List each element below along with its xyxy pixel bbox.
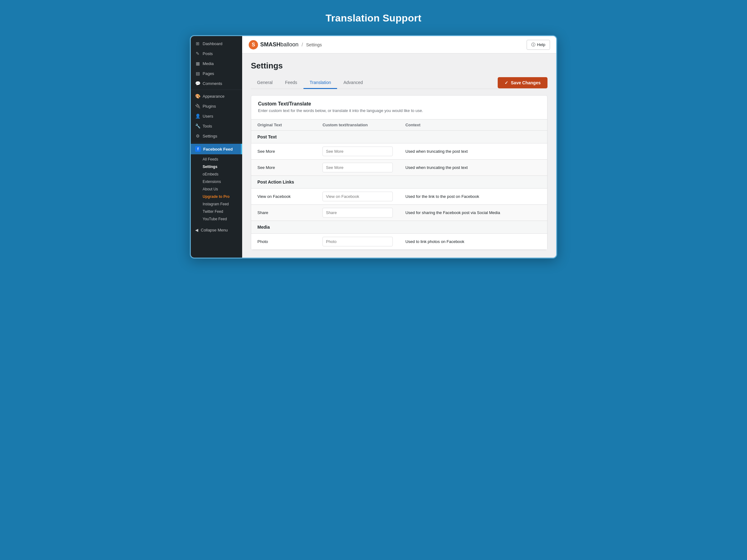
submenu-about-us[interactable]: About Us	[200, 185, 242, 193]
sidebar-item-facebook-feed[interactable]: f Facebook Feed	[191, 144, 242, 154]
sidebar-item-plugins[interactable]: 🔌 Plugins	[191, 101, 242, 111]
section-label-post-text: Post Text	[251, 131, 547, 143]
tab-translation[interactable]: Translation	[304, 77, 337, 89]
section-label-media: Media	[251, 221, 547, 234]
facebook-icon: f	[195, 146, 201, 152]
custom-cell-photo	[316, 234, 399, 250]
sidebar-item-comments[interactable]: 💬 Comments	[191, 78, 242, 88]
table-row: Photo Used to link photos on Facebook	[251, 234, 547, 250]
collapse-menu-button[interactable]: ◀ Collapse Menu	[191, 225, 242, 235]
users-icon: 👤	[195, 113, 200, 118]
submenu-upgrade[interactable]: Upgrade to Pro	[200, 193, 242, 201]
save-changes-button[interactable]: ✓ Save Changes	[498, 77, 547, 88]
sidebar-label-plugins: Plugins	[203, 104, 216, 109]
input-view-on-facebook[interactable]	[323, 192, 393, 201]
input-photo[interactable]	[323, 237, 393, 246]
page-title: Translation Support	[326, 12, 421, 24]
tools-icon: 🔧	[195, 124, 200, 129]
translation-section-title: Custom Text/Translate	[258, 101, 540, 107]
settings-content: Settings General Feeds Translation Advan…	[242, 54, 556, 258]
help-label: Help	[537, 42, 545, 47]
input-see-more-1[interactable]	[323, 146, 393, 156]
table-row: View on Facebook Used for the link to th…	[251, 189, 547, 205]
sidebar-label-media: Media	[203, 61, 213, 66]
sidebar-item-dashboard[interactable]: ⊞ Dashboard	[191, 38, 242, 49]
dashboard-icon: ⊞	[195, 41, 200, 46]
sidebar-label-appearance: Appearance	[203, 94, 225, 99]
submenu-all-feeds[interactable]: All Feeds	[200, 156, 242, 163]
brand-name: SMASHballoon	[260, 42, 299, 48]
facebook-feed-submenu: All Feeds Settings oEmbeds Extensions Ab…	[191, 156, 242, 223]
context-share: Used for sharing the Facebook post via S…	[399, 205, 547, 221]
collapse-icon: ◀	[195, 228, 198, 232]
checkmark-icon: ✓	[505, 80, 508, 85]
sidebar-item-settings[interactable]: ⚙ Settings	[191, 131, 242, 141]
sidebar-item-media[interactable]: ▦ Media	[191, 58, 242, 69]
original-share: Share	[251, 205, 316, 221]
tab-advanced[interactable]: Advanced	[337, 77, 369, 89]
brand-logo: S	[248, 40, 258, 50]
translation-card: Custom Text/Translate Enter custom text …	[251, 95, 547, 250]
translation-section-desc: Enter custom text for the words below, o…	[258, 108, 540, 113]
breadcrumb-separator: /	[302, 42, 303, 48]
facebook-feed-label: Facebook Feed	[203, 147, 233, 152]
tabs-bar: General Feeds Translation Advanced ✓ Sav…	[251, 77, 547, 89]
original-view-on-facebook: View on Facebook	[251, 189, 316, 205]
collapse-label: Collapse Menu	[201, 228, 228, 232]
main-content: S SMASHballoon / Settings ⓘ Help Setting…	[242, 36, 556, 258]
sidebar-label-posts: Posts	[203, 51, 213, 56]
tab-general[interactable]: General	[251, 77, 279, 89]
custom-cell-see-more-1	[316, 143, 399, 160]
section-post-text: Post Text	[251, 131, 547, 143]
original-photo: Photo	[251, 234, 316, 250]
comments-icon: 💬	[195, 81, 200, 86]
context-photo: Used to link photos on Facebook	[399, 234, 547, 250]
browser-window: ⊞ Dashboard ✎ Posts ▦ Media ▤ Pages 💬 Co…	[190, 35, 557, 259]
sidebar-label-tools: Tools	[203, 124, 212, 129]
sidebar-label-dashboard: Dashboard	[203, 42, 223, 46]
sidebar-divider	[191, 89, 242, 90]
submenu-extensions[interactable]: Extensions	[200, 178, 242, 185]
table-row: See More Used when truncating the post t…	[251, 143, 547, 160]
custom-cell-view-on-facebook	[316, 189, 399, 205]
col-header-original: Original Text	[251, 119, 316, 131]
topbar: S SMASHballoon / Settings ⓘ Help	[242, 36, 556, 54]
input-share[interactable]	[323, 208, 393, 217]
submenu-twitter-feed[interactable]: Twitter Feed	[200, 208, 242, 215]
brand-sub: balloon	[280, 42, 299, 48]
context-see-more-1: Used when truncating the post text	[399, 143, 547, 160]
submenu-settings[interactable]: Settings	[200, 163, 242, 170]
submenu-instagram-feed[interactable]: Instagram Feed	[200, 201, 242, 208]
submenu-oembeds[interactable]: oEmbeds	[200, 170, 242, 178]
col-header-custom: Custom text/translation	[316, 119, 399, 131]
sidebar-item-users[interactable]: 👤 Users	[191, 111, 242, 121]
section-media: Media	[251, 221, 547, 234]
topbar-brand: S SMASHballoon / Settings	[248, 40, 322, 50]
sidebar-label-users: Users	[203, 114, 213, 118]
context-see-more-2: Used when truncating the post text	[399, 160, 547, 176]
submenu-youtube-feed[interactable]: YouTube Feed	[200, 215, 242, 223]
wp-layout: ⊞ Dashboard ✎ Posts ▦ Media ▤ Pages 💬 Co…	[191, 36, 556, 258]
input-see-more-2[interactable]	[323, 163, 393, 172]
sidebar-item-appearance[interactable]: 🎨 Appearance	[191, 91, 242, 101]
sidebar-item-pages[interactable]: ▤ Pages	[191, 69, 242, 78]
context-view-on-facebook: Used for the link to the post on Faceboo…	[399, 189, 547, 205]
media-icon: ▦	[195, 61, 200, 66]
sidebar-item-posts[interactable]: ✎ Posts	[191, 49, 242, 58]
breadcrumb-current: Settings	[306, 42, 322, 47]
settings-icon: ⚙	[195, 133, 200, 138]
sidebar-label-comments: Comments	[203, 81, 222, 86]
sidebar-item-tools[interactable]: 🔧 Tools	[191, 121, 242, 131]
appearance-icon: 🎨	[195, 94, 200, 99]
settings-title: Settings	[251, 61, 547, 71]
posts-icon: ✎	[195, 51, 200, 56]
table-row: Share Used for sharing the Facebook post…	[251, 205, 547, 221]
table-row: See More Used when truncating the post t…	[251, 160, 547, 176]
svg-text:S: S	[252, 42, 255, 47]
plugins-icon: 🔌	[195, 104, 200, 109]
help-circle-icon: ⓘ	[531, 42, 535, 48]
section-label-post-action-links: Post Action Links	[251, 176, 547, 189]
tab-feeds[interactable]: Feeds	[279, 77, 304, 89]
help-button[interactable]: ⓘ Help	[526, 40, 550, 50]
col-header-context: Context	[399, 119, 547, 131]
